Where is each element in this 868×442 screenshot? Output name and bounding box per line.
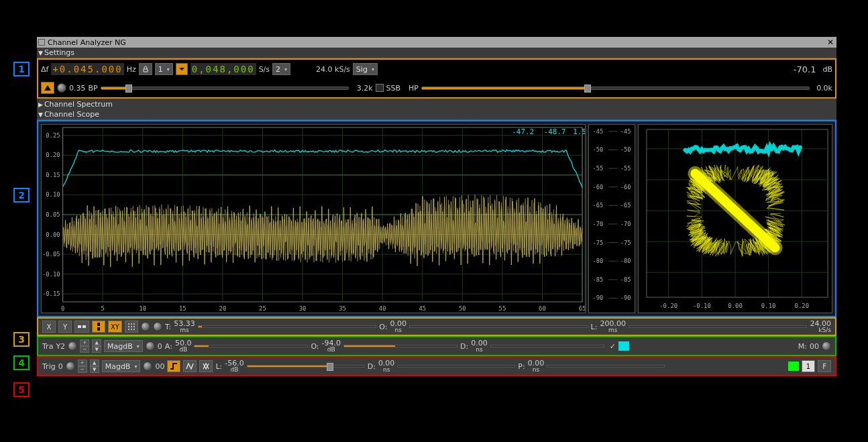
T-slider[interactable] (198, 323, 377, 331)
ssb-checkbox[interactable] (376, 84, 384, 92)
vert-toggle[interactable] (92, 321, 105, 333)
xy-plot[interactable]: -0.20-0.100.000.100.20 (638, 124, 832, 313)
svg-text:15: 15 (179, 305, 186, 312)
svg-text:-45: -45 (593, 128, 604, 135)
L5-slider[interactable] (247, 362, 365, 370)
tra-plusminus[interactable]: +− (80, 339, 89, 353)
scope-body: 0.250.200.150.100.050.00-0.05-0.10-0.150… (37, 120, 836, 317)
step-select[interactable]: 1 (155, 63, 173, 75)
apply-button[interactable] (176, 63, 188, 75)
svg-rect-100 (97, 323, 100, 326)
lock-button[interactable] (139, 63, 152, 75)
A-slider[interactable] (194, 342, 308, 350)
knob-g1[interactable] (141, 322, 150, 331)
knob-g2[interactable] (153, 322, 162, 331)
svg-point-102 (128, 323, 129, 325)
edge-both-icon[interactable] (183, 360, 197, 372)
samplerate-input[interactable]: 0,048,000 (191, 63, 256, 75)
time-plot[interactable]: 0.250.200.150.100.050.00-0.05-0.10-0.150… (41, 124, 586, 313)
svg-text:5: 5 (101, 305, 105, 312)
scope-global-controls: X Y XY T: 53.33ms O: 0.00ns L: 200.00ms … (37, 317, 836, 336)
titlebar[interactable]: Channel Analyzer NG ✕ (37, 37, 836, 48)
y-button[interactable]: Y (58, 321, 72, 333)
M-label: M: (798, 342, 807, 351)
L-slider[interactable] (629, 323, 808, 331)
power-unit: dB (822, 65, 832, 74)
sysmenu-icon[interactable] (38, 39, 45, 46)
trig-color-swatch[interactable] (788, 362, 799, 371)
bp-slider[interactable] (101, 87, 349, 90)
scope-header[interactable]: Channel Scope (37, 109, 836, 120)
svg-text:-50: -50 (593, 146, 604, 153)
D4-label: D: (460, 342, 468, 351)
x-button[interactable]: X (42, 321, 56, 333)
view-check[interactable]: ✓ (610, 342, 616, 351)
O-slider[interactable] (409, 323, 588, 331)
D5-slider[interactable] (397, 362, 515, 370)
tra-value: Y2 (56, 342, 65, 351)
window-title: Channel Analyzer NG (48, 38, 126, 47)
D5-value: 0.00ns (378, 360, 395, 373)
triangle-button[interactable] (41, 82, 54, 94)
trig-knob[interactable] (66, 362, 75, 371)
M-knob[interactable] (822, 341, 831, 351)
svg-rect-98 (78, 325, 81, 328)
spectrum-header-label: Channel Spectrum (44, 100, 113, 109)
svg-point-110 (133, 329, 135, 330)
hp-slider[interactable] (421, 87, 810, 90)
O4-slider[interactable] (343, 342, 457, 350)
section-marker-4: 4 (13, 355, 30, 370)
samplerate-unit: S/s (259, 65, 270, 74)
bp-knob[interactable] (57, 83, 66, 93)
trace-controls: Tra Y2 +− ▲▼ MagdB 0 A: 50.0dB O: -94.0d… (37, 336, 836, 356)
svg-text:0: 0 (61, 305, 64, 312)
svg-text:1.5: 1.5 (573, 127, 585, 136)
tra-knob2[interactable] (146, 341, 155, 351)
grid3-icon[interactable] (125, 321, 138, 333)
svg-text:-55: -55 (593, 165, 604, 172)
xy-mode-button[interactable]: XY (108, 321, 122, 333)
svg-text:25: 25 (259, 305, 266, 312)
svg-text:-50: -50 (620, 146, 631, 153)
freq-input[interactable]: +0.045.000 (51, 63, 123, 75)
svg-point-109 (131, 329, 132, 330)
svg-point-104 (133, 323, 135, 325)
svg-text:50: 50 (459, 305, 466, 312)
close-button[interactable]: ✕ (826, 38, 835, 47)
svg-text:10: 10 (139, 305, 146, 312)
svg-text:-65: -65 (593, 202, 604, 209)
svg-text:-70: -70 (593, 221, 604, 227)
svg-text:65: 65 (579, 305, 585, 312)
D4-slider[interactable] (490, 342, 604, 350)
trig-one-button[interactable]: 1 (802, 360, 815, 372)
svg-text:-0.10: -0.10 (693, 302, 711, 309)
tra-knob[interactable] (68, 341, 77, 351)
source-select[interactable]: Sig (353, 63, 378, 75)
trig-knob2[interactable] (143, 362, 152, 371)
section-marker-5: 5 (13, 382, 30, 397)
svg-point-103 (131, 323, 132, 325)
edge-fall-icon[interactable] (199, 360, 213, 372)
section-marker-3: 3 (13, 332, 30, 347)
tra-mode-select[interactable]: MagdB (104, 340, 143, 352)
svg-text:-80: -80 (620, 258, 631, 264)
trig-mode-select[interactable]: MagdB (102, 360, 141, 372)
trig-updown[interactable]: ▲▼ (90, 360, 99, 373)
settings-header[interactable]: Settings (37, 48, 836, 58)
section-marker-2: 2 (13, 188, 30, 203)
svg-rect-101 (97, 327, 100, 331)
trig-plusminus[interactable]: +− (78, 360, 87, 373)
svg-text:-60: -60 (620, 184, 631, 190)
bw-readout: 3.2k (357, 84, 373, 93)
tra-updown[interactable]: ▲▼ (92, 339, 101, 353)
T-value: 53.33ms (174, 320, 195, 333)
horiz-toggle[interactable] (74, 321, 89, 333)
spectrum-header[interactable]: Channel Spectrum (37, 99, 836, 109)
edge-rise-icon[interactable] (167, 360, 180, 372)
decim-select[interactable]: 2 (272, 63, 290, 75)
triangle-down-icon (38, 110, 43, 119)
L-value: 200.00ms (600, 320, 626, 333)
trace-color-swatch[interactable] (618, 341, 629, 351)
freerun-button[interactable]: F (818, 360, 831, 372)
P5-slider[interactable] (547, 362, 665, 370)
